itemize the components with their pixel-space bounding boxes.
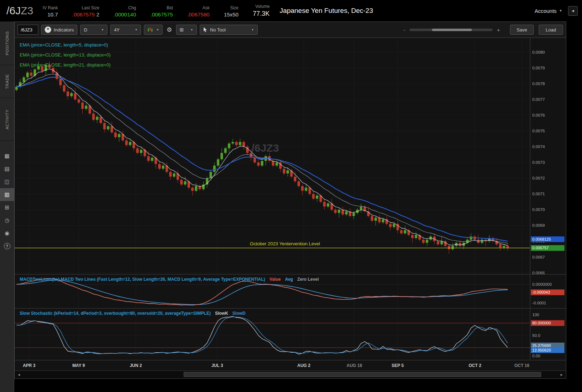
indicators-button[interactable]: * Indicators (41, 25, 77, 35)
ema-13-label[interactable]: EMA (price=CLOSE, length=13, displace=0) (20, 50, 111, 60)
size-value: 15x50 (224, 11, 238, 18)
collapse-panel-button[interactable]: ◄ (568, 6, 578, 16)
svg-text:-0.0001: -0.0001 (532, 301, 546, 305)
zoom-in-button[interactable]: + (497, 27, 500, 33)
sidebar-tab-trade[interactable]: TRADE (0, 65, 14, 98)
scroll-left-button[interactable]: ◄ (15, 371, 23, 378)
last-size-field: Last Size .00675752 (72, 5, 100, 18)
symbol-title: /6JZ3 (6, 5, 33, 17)
zoom-slider[interactable] (409, 29, 493, 31)
svg-text:OCT 16: OCT 16 (514, 363, 529, 368)
symbol-input[interactable]: /6JZ3 (18, 25, 38, 35)
svg-text:0.006757: 0.006757 (532, 246, 549, 250)
zoom-control: - + (403, 27, 500, 33)
svg-text:MAY 9: MAY 9 (72, 363, 85, 368)
quote-fields: IV Rank 10.7 Last Size .00675752 Chg .00… (43, 4, 270, 18)
macd-study-label[interactable]: MACDTwoLines(tw) MACD Two Lines (Fast Le… (20, 277, 319, 282)
svg-text:October 2023 Yentervention Lev: October 2023 Yentervention Level (250, 241, 320, 246)
left-sidebar: POSITIONS TRADE ACTIVITY ▦ ▤ ◫ ▥ ⊞ ◷ ◉ ? (0, 21, 14, 392)
iv-rank-label: IV Rank (43, 5, 58, 10)
chg-label: Chg (128, 5, 136, 10)
macd-value-token: Value (270, 277, 281, 282)
aggregation-dropdown[interactable]: D ▼ (80, 25, 107, 35)
volume-label: Volume (255, 4, 270, 9)
gear-icon[interactable]: ⚙ (165, 26, 173, 34)
ask-label: Ask (202, 5, 209, 10)
chevron-down-icon: ▼ (251, 28, 254, 31)
instrument-title: Japanese Yen Futures, Dec-23 (280, 7, 373, 15)
svg-text:SEP 5: SEP 5 (392, 363, 404, 368)
svg-text:AUG 2: AUG 2 (297, 363, 310, 368)
chg-value: .0000140 (114, 11, 136, 18)
svg-text:0.0071: 0.0071 (532, 192, 545, 196)
svg-text:0.0077: 0.0077 (532, 97, 545, 102)
help-icon[interactable]: ? (0, 240, 14, 253)
save-button[interactable]: Save (510, 25, 534, 35)
svg-text:0.0067: 0.0067 (532, 255, 545, 259)
ema-5-label[interactable]: EMA (price=CLOSE, length=5, displace=0) (20, 40, 111, 50)
indicators-flask-icon: * (45, 26, 51, 33)
volume-value: 77.3K (253, 10, 270, 18)
svg-text:0.0000000: 0.0000000 (532, 282, 552, 286)
main-chart[interactable]: 0.00800.00790.00780.00770.00760.00750.00… (15, 38, 566, 371)
svg-text:0.0072: 0.0072 (532, 176, 545, 180)
svg-text:JUL 3: JUL 3 (212, 363, 223, 368)
chart-type-dropdown[interactable]: ▼ (144, 25, 163, 35)
scrollbar-track[interactable] (23, 371, 557, 378)
header: /6JZ3 IV Rank 10.7 Last Size .00675752 C… (0, 0, 582, 21)
clock-icon[interactable]: ◷ (0, 214, 14, 227)
svg-text:0.0069: 0.0069 (532, 223, 545, 227)
sidebar-icons: ▦ ▤ ◫ ▥ ⊞ ◷ ◉ ? (0, 150, 14, 253)
chevron-down-icon: ▼ (156, 28, 159, 31)
list-icon[interactable]: ▤ (0, 162, 14, 175)
ruler-icon[interactable]: ◫ (0, 175, 14, 188)
header-right: Accounts ▼ ◄ (534, 6, 578, 16)
chevron-down-icon: ▼ (190, 28, 193, 31)
size-label: Size (230, 5, 238, 10)
macd-avg-token: Avg (285, 277, 293, 282)
chart-icon[interactable]: ▥ (0, 188, 14, 201)
candlestick-icon (147, 27, 153, 32)
horizontal-scrollbar: ◄ ► (15, 371, 566, 378)
symbol-root: /6J (6, 5, 21, 16)
last-size-label: Last Size (82, 5, 99, 10)
grid-icon[interactable]: ⊞ (0, 201, 14, 214)
range-dropdown[interactable]: 4Y ▼ (110, 25, 141, 35)
layout-grid-dropdown[interactable]: ⊞ ▼ (176, 25, 197, 35)
scrollbar-thumb[interactable] (184, 372, 542, 377)
svg-text:JUN 2: JUN 2 (130, 363, 142, 368)
stoch-name: Slow Stochastic (kPeriod=14, dPeriod=3, … (20, 311, 211, 316)
svg-text:100: 100 (532, 313, 539, 317)
ask-value: .0067580 (187, 11, 210, 18)
iv-rank-field: IV Rank 10.7 (43, 5, 58, 18)
sidebar-tab-positions[interactable]: POSITIONS (0, 21, 14, 65)
svg-text:APR 3: APR 3 (23, 363, 36, 368)
iv-rank-value: 10.7 (48, 11, 58, 18)
chevron-down-icon: ▼ (135, 28, 137, 31)
chart-toolbar: /6JZ3 * Indicators D ▼ 4Y ▼ (15, 22, 566, 38)
chg-field: Chg .0000140 (114, 5, 136, 18)
svg-text:0.0080: 0.0080 (532, 50, 545, 54)
collapse-left-icon: ◄ (571, 9, 575, 13)
accounts-dropdown[interactable]: Accounts ▼ (534, 8, 562, 14)
zoom-out-button[interactable]: - (403, 27, 405, 33)
svg-text:AUG 18: AUG 18 (346, 363, 362, 368)
chart-body: 0.00800.00790.00780.00770.00760.00750.00… (15, 38, 566, 371)
sidebar-tab-activity[interactable]: ACTIVITY (0, 98, 14, 141)
stochastic-study-label[interactable]: Slow Stochastic (kPeriod=14, dPeriod=3, … (20, 311, 246, 316)
volume-field: Volume 77.3K (253, 4, 270, 18)
drawing-tool-dropdown[interactable]: No Tool ▼ (200, 25, 258, 35)
bid-label: Bid (166, 5, 173, 10)
symbol-suffix: Z3 (21, 5, 33, 16)
zoom-slider-thumb[interactable] (432, 29, 472, 31)
scroll-right-button[interactable]: ► (557, 371, 566, 378)
accounts-label: Accounts (534, 8, 557, 14)
svg-text:25.375690: 25.375690 (532, 343, 551, 348)
macd-zero-token: Zero Level (297, 277, 319, 282)
bid-field: Bid .0067575 (150, 5, 173, 18)
calendar-icon[interactable]: ▦ (0, 150, 14, 162)
ema-21-label[interactable]: EMA (price=CLOSE, length=21, displace=0) (20, 60, 111, 70)
people-icon[interactable]: ◉ (0, 227, 14, 240)
ask-field: Ask .0067580 (187, 5, 210, 18)
load-button[interactable]: Load (539, 25, 563, 35)
